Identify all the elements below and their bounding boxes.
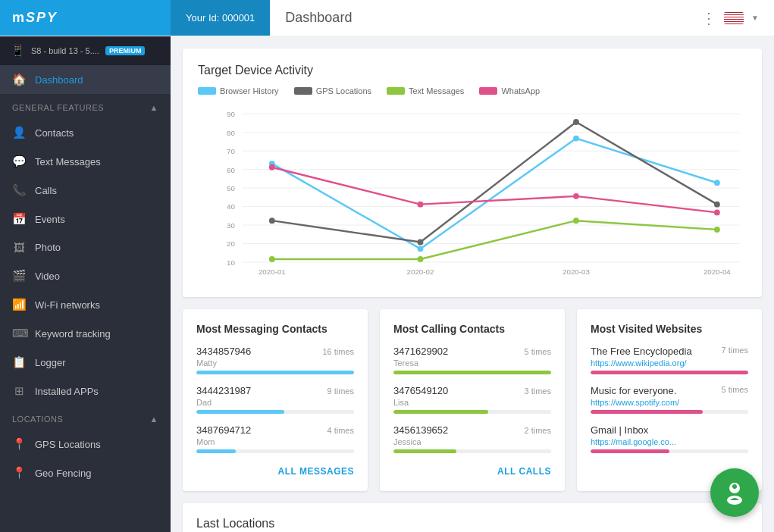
calling-contact-2: 3476549120 3 times Lisa xyxy=(393,385,551,414)
sidebar-item-text-messages[interactable]: 💬 Text Messages xyxy=(0,147,171,176)
contact-name: Dad xyxy=(196,398,354,407)
website-times: 5 times xyxy=(722,385,748,396)
svg-text:60: 60 xyxy=(227,166,235,174)
general-features-label: GENERAL FEATURES xyxy=(12,103,104,112)
sidebar-label-keyword-tracking: Keyword tracking xyxy=(35,328,111,340)
contact-number: 3456139652 xyxy=(393,424,448,436)
svg-point-32 xyxy=(573,217,579,224)
last-locations-title: Last Locations xyxy=(196,517,748,530)
svg-point-24 xyxy=(573,136,579,142)
sidebar-label-logger: Logger xyxy=(35,357,65,368)
geo-icon: 📍 xyxy=(12,466,26,480)
svg-text:50: 50 xyxy=(227,184,235,192)
wifi-icon: 📶 xyxy=(12,298,26,311)
float-help-icon[interactable] xyxy=(710,468,759,517)
svg-point-36 xyxy=(573,193,579,199)
user-id: Your Id: 000001 xyxy=(186,12,255,23)
text-messages-icon: 💬 xyxy=(12,155,26,168)
all-calls-link[interactable]: ALL CALLS xyxy=(497,466,551,477)
video-icon: 🎬 xyxy=(12,269,26,283)
sidebar-label-geo-fencing: Geo Fencing xyxy=(35,468,91,479)
sidebar-item-events[interactable]: 📅 Events xyxy=(0,205,171,233)
sidebar-item-dashboard[interactable]: 🏠 Dashboard xyxy=(0,65,171,94)
svg-text:90: 90 xyxy=(227,110,235,118)
sidebar-label-events: Events xyxy=(35,214,65,225)
svg-text:2020-04: 2020-04 xyxy=(703,268,731,276)
sidebar-label-dashboard: Dashboard xyxy=(35,74,83,86)
sidebar-label-video: Video xyxy=(35,271,60,282)
events-icon: 📅 xyxy=(12,212,26,226)
gps-icon: 📍 xyxy=(12,437,26,451)
svg-point-35 xyxy=(418,202,424,208)
svg-point-25 xyxy=(714,180,720,186)
website-name: Music for everyone. xyxy=(591,385,676,396)
most-visited-title: Most Visited Websites xyxy=(591,323,748,335)
most-calling-title: Most Calling Contacts xyxy=(393,323,551,335)
sidebar-item-keyword-tracking[interactable]: ⌨ Keyword tracking xyxy=(0,319,171,348)
contact-times: 4 times xyxy=(327,426,354,435)
svg-text:2020-01: 2020-01 xyxy=(259,268,286,276)
contact-times: 5 times xyxy=(525,347,551,356)
keyword-icon: ⌨ xyxy=(12,327,26,340)
contact-name: Mom xyxy=(196,437,354,446)
svg-text:70: 70 xyxy=(227,147,235,155)
website-url[interactable]: https://www.spotify.com/ xyxy=(591,398,748,407)
contact-times: 16 times xyxy=(322,347,354,356)
website-entry-1: The Free Encyclopedia 7 times https://ww… xyxy=(591,346,748,374)
all-messages-link[interactable]: ALL MESSAGES xyxy=(278,466,354,477)
sidebar-item-video[interactable]: 🎬 Video xyxy=(0,261,171,290)
legend-browser-history: Browser History xyxy=(198,86,279,95)
most-messaging-card: Most Messaging Contacts 3434857946 16 ti… xyxy=(183,309,368,491)
legend-text-messages: Text Messages xyxy=(387,86,464,95)
sidebar-label-text-messages: Text Messages xyxy=(35,156,101,167)
sidebar-item-photo[interactable]: 🖼 Photo xyxy=(0,233,171,261)
sidebar-label-wifi-networks: Wi-Fi networks xyxy=(35,299,100,311)
locations-collapse-icon[interactable]: ▲ xyxy=(150,415,158,424)
menu-dots-icon[interactable]: ⋮ xyxy=(701,9,716,27)
svg-point-27 xyxy=(418,239,424,246)
logo: mSPY xyxy=(12,10,58,26)
svg-text:2020-02: 2020-02 xyxy=(407,268,434,276)
sidebar-item-logger[interactable]: 📋 Logger xyxy=(0,348,171,377)
messaging-contact-2: 3444231987 9 times Dad xyxy=(196,385,354,414)
sidebar-label-installed-apps: Installed APPs xyxy=(35,386,99,397)
svg-text:10: 10 xyxy=(227,258,235,267)
svg-point-30 xyxy=(269,256,275,262)
website-url[interactable]: https://mail.google.co... xyxy=(591,437,748,446)
sidebar-item-gps-locations[interactable]: 📍 GPS Locations xyxy=(0,430,171,458)
page-title: Dashboard xyxy=(285,10,352,26)
last-locations-card: Last Locations xyxy=(183,503,762,532)
home-icon: 🏠 xyxy=(12,73,26,86)
messaging-contact-1: 3434857946 16 times Matty xyxy=(196,346,354,374)
flag-dropdown-icon[interactable]: ▼ xyxy=(751,14,759,22)
sidebar-label-photo: Photo xyxy=(35,242,61,253)
sidebar-item-wifi-networks[interactable]: 📶 Wi-Fi networks xyxy=(0,290,171,319)
premium-badge: PREMIUM xyxy=(105,46,146,55)
device-bar: 📱 S8 - build 13 - 5.... PREMIUM xyxy=(0,36,171,65)
legend-gps-locations: GPS Locations xyxy=(294,86,371,95)
device-icon: 📱 xyxy=(11,44,25,58)
logger-icon: 📋 xyxy=(12,355,26,369)
sidebar-label-gps-locations: GPS Locations xyxy=(35,439,101,450)
svg-point-34 xyxy=(269,164,275,171)
website-url[interactable]: https://www.wikipedia.org/ xyxy=(591,358,748,368)
contact-times: 2 times xyxy=(525,426,551,435)
sidebar-item-installed-apps[interactable]: ⊞ Installed APPs xyxy=(0,377,171,405)
contact-times: 3 times xyxy=(525,386,551,396)
general-features-collapse-icon[interactable]: ▲ xyxy=(150,103,158,112)
sidebar-item-geo-fencing[interactable]: 📍 Geo Fencing xyxy=(0,458,171,487)
sidebar-item-calls[interactable]: 📞 Calls xyxy=(0,176,171,205)
website-name: Gmail | Inbox xyxy=(591,424,648,436)
sidebar-item-contacts[interactable]: 👤 Contacts xyxy=(0,118,171,147)
svg-text:20: 20 xyxy=(227,239,235,248)
svg-point-29 xyxy=(714,202,720,208)
contact-name: Teresa xyxy=(393,358,551,368)
legend-whatsapp: WhatsApp xyxy=(479,86,540,95)
chart-title: Target Device Activity xyxy=(198,64,747,77)
photo-icon: 🖼 xyxy=(12,241,26,254)
contact-number: 3434857946 xyxy=(196,346,251,357)
contact-name: Lisa xyxy=(393,398,551,407)
svg-text:30: 30 xyxy=(227,221,235,230)
svg-point-28 xyxy=(573,119,579,125)
flag-icon[interactable] xyxy=(724,12,744,24)
